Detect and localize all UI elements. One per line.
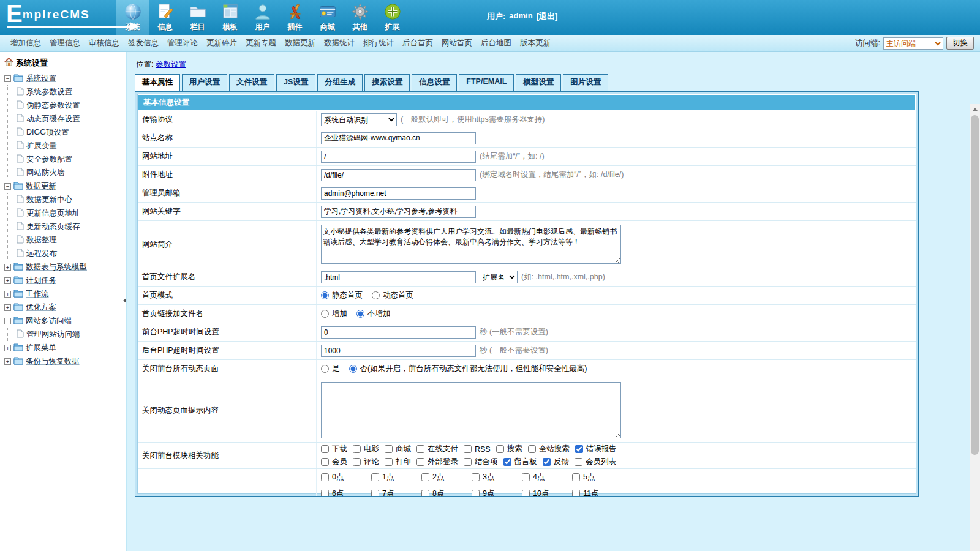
tree-folder-label[interactable]: 备份与恢复数据 <box>26 356 80 367</box>
row-8-radio-0[interactable]: 静态首页 <box>321 290 363 301</box>
checkbox-input[interactable] <box>321 473 329 481</box>
time-checkbox[interactable]: 3点 <box>472 472 522 482</box>
module-checkbox[interactable]: 会员列表 <box>575 457 616 467</box>
row-0-select[interactable]: 系统自动识别 <box>321 113 397 126</box>
row-8-radio-1[interactable]: 动态首页 <box>372 290 413 301</box>
tree-folder-8[interactable]: +备份与恢复数据 <box>4 354 126 368</box>
module-checkbox[interactable]: 反馈 <box>543 457 569 467</box>
row-12-radio-0[interactable]: 是 <box>321 364 340 374</box>
tree-leaf[interactable]: 数据更新中心 <box>17 193 126 206</box>
tab-7[interactable]: FTP/EMAIL <box>459 74 514 91</box>
breadcrumb-current-link[interactable]: 参数设置 <box>156 60 186 69</box>
tree-leaf-label[interactable]: 伪静态参数设置 <box>26 100 80 111</box>
toolbar-link-12[interactable]: 后台地图 <box>481 38 511 48</box>
tree-leaf[interactable]: 扩展变量 <box>17 139 126 152</box>
row-6-textarea[interactable]: 文小秘提供各类最新的参考资料供广大用户学习交流。如最新热门电影观后感、最新畅销书… <box>321 225 621 264</box>
plus-box-icon[interactable]: + <box>4 264 11 271</box>
checkbox-input[interactable] <box>353 445 361 453</box>
toolbar-link-6[interactable]: 更新专题 <box>246 38 276 48</box>
toolbar-link-7[interactable]: 数据更新 <box>285 38 315 48</box>
tree-folder-label[interactable]: 扩展菜单 <box>26 343 56 353</box>
tab-1[interactable]: 用户设置 <box>182 74 227 91</box>
module-checkbox[interactable]: 评论 <box>353 457 379 467</box>
plus-box-icon[interactable]: + <box>4 345 11 351</box>
radio-input[interactable] <box>321 291 329 299</box>
sidebar-collapse-arrow-icon[interactable] <box>123 298 126 303</box>
toolbar-link-10[interactable]: 后台首页 <box>402 38 433 48</box>
tree-leaf[interactable]: 动态页缓存设置 <box>17 112 126 126</box>
checkbox-input[interactable] <box>321 445 329 453</box>
toolbar-link-4[interactable]: 管理评论 <box>167 38 198 48</box>
empirecms-logo[interactable]: EmpireCMS <box>0 0 116 35</box>
checkbox-input[interactable] <box>464 445 472 453</box>
checkbox-input[interactable] <box>421 473 429 481</box>
time-checkbox[interactable]: 8点 <box>421 489 472 497</box>
nav-item-2[interactable]: 栏目 <box>181 0 214 35</box>
tree-folder-label[interactable]: 系统设置 <box>26 73 56 84</box>
checkbox-input[interactable] <box>575 458 582 466</box>
toolbar-link-8[interactable]: 数据统计 <box>324 38 355 48</box>
tree-leaf[interactable]: DIGG顶设置 <box>17 126 126 139</box>
tree-leaf[interactable]: 数据整理 <box>17 233 126 247</box>
checkbox-input[interactable] <box>496 445 504 453</box>
tab-6[interactable]: 信息设置 <box>412 74 457 91</box>
tree-folder-1[interactable]: −数据更新 <box>4 179 126 193</box>
minus-box-icon[interactable]: − <box>4 318 11 324</box>
checkbox-input[interactable] <box>371 490 379 497</box>
nav-item-5[interactable]: 插件 <box>279 0 311 35</box>
toolbar-link-11[interactable]: 网站首页 <box>442 38 472 48</box>
module-checkbox[interactable]: 会员 <box>321 457 347 467</box>
module-checkbox[interactable]: 全站搜索 <box>528 444 570 454</box>
row-7-select[interactable]: 扩展名 <box>480 271 518 283</box>
checkbox-input[interactable] <box>572 473 580 481</box>
toolbar-link-0[interactable]: 增加信息 <box>10 38 41 48</box>
checkbox-input[interactable] <box>522 490 530 497</box>
row-12-radio-1[interactable]: 否(如果开启，前台所有动态文件都无法使用，但性能和安全性最高) <box>349 364 587 374</box>
tree-leaf-label[interactable]: 网站防火墙 <box>26 168 65 178</box>
toolbar-link-13[interactable]: 版本更新 <box>520 38 551 48</box>
row-10-input[interactable] <box>321 326 476 339</box>
time-checkbox[interactable]: 4点 <box>522 472 572 482</box>
scrollbar-thumb[interactable] <box>971 115 979 455</box>
tree-leaf[interactable]: 远程发布 <box>17 247 126 260</box>
checkbox-input[interactable] <box>421 490 429 497</box>
tree-leaf-label[interactable]: 数据整理 <box>26 235 57 246</box>
toolbar-link-5[interactable]: 更新碎片 <box>206 38 237 48</box>
radio-input[interactable] <box>356 310 364 318</box>
plus-box-icon[interactable]: + <box>4 277 11 284</box>
checkbox-input[interactable] <box>371 473 379 481</box>
tree-folder-0[interactable]: −系统设置 <box>4 72 126 85</box>
row-9-radio-1[interactable]: 不增加 <box>356 309 391 319</box>
time-checkbox[interactable]: 0点 <box>321 472 371 482</box>
minus-box-icon[interactable]: − <box>4 75 11 82</box>
minus-box-icon[interactable]: − <box>4 183 11 190</box>
tab-5[interactable]: 搜索设置 <box>364 74 410 91</box>
tree-leaf-label[interactable]: 安全参数配置 <box>26 154 72 165</box>
checkbox-input[interactable] <box>417 458 424 466</box>
tab-2[interactable]: 文件设置 <box>229 74 274 91</box>
row-9-radio-0[interactable]: 增加 <box>321 309 347 319</box>
tree-leaf-label[interactable]: 更新动态页缓存 <box>26 222 80 232</box>
logout-link[interactable]: [退出] <box>537 11 558 22</box>
radio-input[interactable] <box>349 365 357 373</box>
row-2-input[interactable] <box>321 151 476 163</box>
time-checkbox[interactable]: 10点 <box>522 489 572 497</box>
access-endpoint-select[interactable]: 主访问端 <box>883 37 943 50</box>
checkbox-input[interactable] <box>321 490 329 497</box>
radio-input[interactable] <box>321 365 329 373</box>
tree-folder-2[interactable]: +数据表与系统模型 <box>4 260 126 274</box>
module-checkbox[interactable]: 商城 <box>385 444 411 454</box>
time-checkbox[interactable]: 6点 <box>321 489 371 497</box>
tree-leaf-label[interactable]: 管理网站访问端 <box>26 329 80 340</box>
tab-8[interactable]: 模型设置 <box>516 74 561 91</box>
module-checkbox[interactable]: 错误报告 <box>575 444 617 454</box>
nav-item-3[interactable]: 模板 <box>214 0 246 35</box>
tab-0[interactable]: 基本属性 <box>135 74 180 91</box>
toolbar-link-3[interactable]: 签发信息 <box>128 38 159 48</box>
checkbox-input[interactable] <box>528 445 536 453</box>
module-checkbox[interactable]: 外部登录 <box>417 457 458 467</box>
tree-leaf-label[interactable]: DIGG顶设置 <box>26 127 69 138</box>
vertical-scrollbar[interactable] <box>970 104 980 551</box>
checkbox-input[interactable] <box>321 458 329 466</box>
toolbar-link-2[interactable]: 审核信息 <box>89 38 119 48</box>
